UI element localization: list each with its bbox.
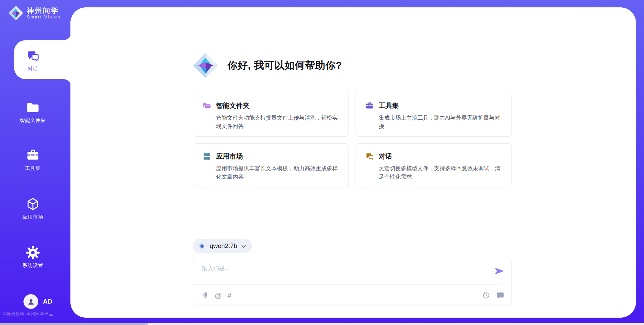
- sidebar-item-settings[interactable]: 系统设置: [0, 246, 66, 269]
- card-title: 对话: [379, 152, 392, 161]
- send-icon[interactable]: [494, 266, 505, 276]
- folder-icon: [26, 101, 40, 115]
- model-diamond-icon: [198, 242, 206, 250]
- sidebar-item-app-market[interactable]: 应用市场: [0, 197, 66, 220]
- avatar: [23, 294, 38, 309]
- sidebar-item-smart-folder[interactable]: 智能文件夹: [0, 101, 66, 124]
- sidebar-item-label: 智能文件夹: [20, 117, 46, 124]
- horizontal-scrollbar-thumb[interactable]: [0, 323, 148, 325]
- card-title: 智能文件夹: [216, 101, 250, 110]
- feature-cards: 智能文件夹 智能文件夹功能支持批量文件上传与清洗，轻松实现文件问答 工具集 集成…: [193, 93, 512, 187]
- card-description: 应用市场提供丰富长文本模板，助力高效生成多样化文章内容: [216, 164, 340, 181]
- brand-diamond-icon: [8, 5, 23, 21]
- sidebar: 神州问学 Smart Vision 对话 智能文件夹 工具集 应用市场 系统设置…: [0, 0, 70, 325]
- greeting-row: 你好, 我可以如何帮助你?: [193, 52, 342, 78]
- copyright-text: ©神州数码·神州问学出品: [3, 311, 70, 317]
- card-description: 集成市场上主流工具，助力AI与外界无缝扩展与对接: [379, 114, 502, 130]
- brand-logo-block: 神州问学 Smart Vision: [8, 5, 61, 21]
- message-composer: @ #: [193, 258, 512, 305]
- card-description: 智能文件夹功能支持批量文件上传与清洗，轻松实现文件问答: [216, 114, 340, 130]
- chat-icon: [365, 152, 374, 161]
- composer-divider: [193, 284, 501, 285]
- chat-icon: [26, 50, 40, 63]
- card-title: 工具集: [379, 101, 399, 110]
- gear-icon: [26, 246, 40, 260]
- greeting-diamond-icon: [193, 52, 219, 78]
- sidebar-item-chat[interactable]: 对话: [0, 50, 66, 72]
- sidebar-item-label: 应用市场: [22, 214, 43, 220]
- folder-open-icon: [203, 102, 211, 110]
- card-title: 应用市场: [216, 152, 243, 161]
- toolbox-icon: [365, 102, 374, 110]
- sidebar-item-toolset[interactable]: 工具集: [0, 148, 66, 172]
- message-square-icon[interactable]: [496, 291, 504, 300]
- message-input[interactable]: [201, 264, 488, 283]
- card-app-market[interactable]: 应用市场 应用市场提供丰富长文本模板，助力高效生成多样化文章内容: [193, 143, 349, 187]
- card-toolset[interactable]: 工具集 集成市场上主流工具，助力AI与外界无缝扩展与对接: [356, 93, 512, 137]
- sidebar-item-label: 工具集: [25, 165, 41, 172]
- greeting-title: 你好, 我可以如何帮助你?: [227, 59, 342, 72]
- composer-toolbar: @ #: [201, 289, 504, 301]
- user-icon: [26, 297, 36, 306]
- card-description: 灵活切换多模型文件，支持多样回复效果调试，满足个性化需求: [379, 164, 502, 181]
- mention-icon[interactable]: @: [215, 292, 222, 299]
- paperclip-icon[interactable]: [201, 291, 209, 299]
- cube-icon: [26, 197, 40, 211]
- brand-subtitle: Smart Vision: [27, 15, 61, 19]
- brand-name: 神州问学: [27, 7, 61, 15]
- horizontal-scrollbar-track: [0, 323, 644, 325]
- card-smart-folder[interactable]: 智能文件夹 智能文件夹功能支持批量文件上传与清洗，轻松实现文件问答: [193, 93, 349, 137]
- model-selector[interactable]: qwen2:7b: [193, 239, 252, 253]
- user-name: AD: [43, 298, 52, 305]
- model-name: qwen2:7b: [210, 242, 237, 250]
- toolbox-icon: [26, 148, 40, 162]
- card-chat[interactable]: 对话 灵活切换多模型文件，支持多样回复效果调试，满足个性化需求: [356, 143, 512, 187]
- main-panel: 你好, 我可以如何帮助你? 智能文件夹 智能文件夹功能支持批量文件上传与清洗，轻…: [70, 7, 636, 318]
- grid-icon: [203, 152, 211, 161]
- user-profile[interactable]: AD: [23, 294, 52, 309]
- history-icon[interactable]: [482, 291, 490, 300]
- chevron-down-icon: [241, 244, 247, 249]
- sidebar-item-label: 系统设置: [22, 262, 43, 269]
- hashtag-icon[interactable]: #: [227, 292, 231, 299]
- sidebar-item-label: 对话: [28, 66, 38, 72]
